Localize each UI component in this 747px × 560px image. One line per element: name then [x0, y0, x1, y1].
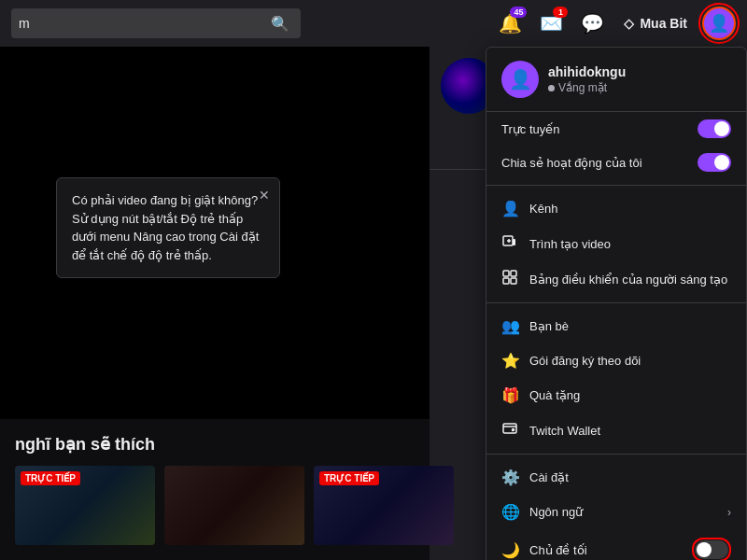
video-creator-icon	[501, 234, 518, 253]
inbox-button[interactable]: ✉️ 1	[534, 7, 568, 40]
topbar: 🔍 🔔 45 ✉️ 1 💬 ◇ Mua Bit 👤	[0, 0, 747, 47]
notifications-badge: 45	[510, 7, 527, 18]
thumbnail-image-2	[164, 466, 304, 545]
live-badge-3: TRỰC TIẾP	[319, 471, 379, 485]
thumbnail-card-3[interactable]: TRỰC TIẾP	[314, 466, 454, 545]
share-activity-toggle[interactable]	[698, 153, 731, 172]
search-button[interactable]: 🔍	[267, 15, 293, 33]
section-title: nghĩ bạn sẽ thích	[15, 434, 415, 455]
status-dot	[548, 85, 555, 91]
svg-rect-8	[503, 424, 516, 433]
online-toggle[interactable]	[698, 119, 731, 138]
share-activity-label: Chia sẻ hoạt động của tôi	[501, 156, 642, 170]
inbox-badge: 1	[553, 7, 568, 18]
dropdown-username: ahihidokngu	[548, 64, 626, 79]
menu-item-video-creator[interactable]: Trình tạo video	[486, 226, 746, 261]
svg-rect-3	[513, 239, 515, 245]
gifts-icon: 🎁	[501, 386, 518, 404]
wallet-label: Twitch Wallet	[529, 424, 600, 438]
user-info: ahihidokngu Vắng mặt	[548, 64, 626, 94]
svg-point-9	[513, 429, 514, 431]
search-input[interactable]	[19, 16, 267, 31]
diamond-icon: ◇	[624, 16, 634, 31]
svg-rect-6	[503, 278, 509, 284]
thumbnail-card-2[interactable]	[164, 466, 304, 545]
svg-rect-4	[503, 271, 509, 276]
status-text: Vắng mặt	[558, 81, 607, 94]
tooltip-popup: ✕ Có phải video đang bị giật không? Sử d…	[56, 177, 280, 278]
live-badge-1: TRỰC TIẾP	[21, 471, 80, 485]
dropdown-avatar: 👤	[501, 61, 539, 98]
gifts-label: Quà tặng	[529, 388, 580, 402]
language-label: Ngôn ngữ	[529, 505, 583, 519]
settings-label: Cài đặt	[529, 470, 569, 484]
topbar-right: 🔔 45 ✉️ 1 💬 ◇ Mua Bit 👤	[493, 7, 736, 40]
divider-1	[486, 185, 746, 186]
dark-mode-toggle-row[interactable]: 🌙 Chủ đề tối	[486, 529, 746, 560]
dark-mode-left: 🌙 Chủ đề tối	[501, 541, 587, 559]
buy-bits-button[interactable]: ◇ Mua Bit	[616, 12, 695, 35]
language-icon: 🌐	[501, 503, 518, 521]
tooltip-close-button[interactable]: ✕	[259, 188, 270, 203]
friends-icon: 👥	[501, 317, 518, 335]
online-toggle-row[interactable]: Trực tuyến	[486, 112, 746, 146]
avatar-button[interactable]: 👤	[702, 7, 736, 40]
subscriptions-label: Gói đăng ký theo dõi	[529, 354, 641, 368]
divider-3	[486, 454, 746, 455]
channel-label: Kênh	[529, 202, 557, 216]
buy-bits-label: Mua Bit	[640, 16, 687, 31]
menu-item-language[interactable]: 🌐 Ngôn ngữ ›	[486, 495, 746, 529]
thumbnails-row: TRỰC TIẾP TRỰC TIẾP	[15, 466, 415, 545]
dark-mode-icon: 🌙	[501, 541, 518, 559]
thumbnail-image-3: TRỰC TIẾP	[314, 466, 454, 545]
dark-mode-label: Chủ đề tối	[529, 543, 587, 557]
channel-icon: 👤	[501, 200, 518, 217]
subscriptions-icon: ⭐	[501, 352, 518, 370]
dropdown-user-header: 👤 ahihidokngu Vắng mặt	[486, 48, 746, 112]
menu-item-subscriptions[interactable]: ⭐ Gói đăng ký theo dõi	[486, 343, 746, 378]
dropdown-status: Vắng mặt	[548, 81, 626, 94]
settings-icon: ⚙️	[501, 469, 518, 486]
avatar-icon: 👤	[709, 13, 729, 34]
thumbnail-card-1[interactable]: TRỰC TIẾP	[15, 466, 155, 545]
menu-item-settings[interactable]: ⚙️ Cài đặt	[486, 460, 746, 495]
dashboard-label: Bảng điều khiển của người sáng tạo	[529, 273, 727, 287]
divider-2	[486, 302, 746, 303]
chevron-right-icon: ›	[727, 506, 731, 519]
search-area: 🔍	[11, 8, 301, 38]
chat-button[interactable]: 💬	[575, 7, 609, 40]
menu-item-friends[interactable]: 👥 Bạn bè	[486, 309, 746, 343]
video-creator-label: Trình tạo video	[529, 237, 611, 251]
dropdown-menu: 👤 ahihidokngu Vắng mặt Trực tuyến Chia s…	[486, 47, 747, 560]
dashboard-icon	[501, 270, 518, 288]
notifications-button[interactable]: 🔔 45	[493, 7, 527, 40]
svg-rect-7	[511, 278, 516, 284]
bottom-section: nghĩ bạn sẽ thích TRỰC TIẾP TRỰC TIẾP	[0, 419, 430, 560]
menu-item-dashboard[interactable]: Bảng điều khiển của người sáng tạo	[486, 261, 746, 297]
avatar-emoji: 👤	[509, 68, 532, 91]
thumbnail-image-1: TRỰC TIẾP	[15, 466, 155, 545]
friends-label: Bạn bè	[529, 319, 569, 333]
online-label: Trực tuyến	[501, 122, 559, 136]
dark-mode-toggle-wrapper	[692, 538, 731, 560]
dark-mode-toggle[interactable]	[695, 540, 728, 559]
svg-rect-5	[511, 271, 516, 276]
menu-item-gifts[interactable]: 🎁 Quà tặng	[486, 378, 746, 413]
tooltip-text: Có phải video đang bị giật không? Sử dụn…	[72, 191, 264, 264]
menu-item-wallet[interactable]: Twitch Wallet	[486, 413, 746, 448]
menu-item-channel[interactable]: 👤 Kênh	[486, 191, 746, 226]
share-activity-toggle-row[interactable]: Chia sẻ hoạt động của tôi	[486, 146, 746, 179]
wallet-icon	[501, 421, 518, 440]
